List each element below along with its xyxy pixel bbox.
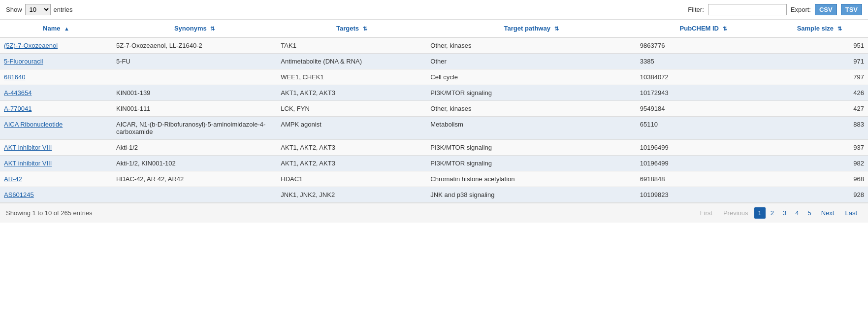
cell-sample-size: 883 [771, 117, 868, 140]
compound-name-link[interactable]: 681640 [4, 73, 25, 81]
sort-icon-pathway: ⇅ [554, 26, 559, 32]
tsv-export-button[interactable]: TSV [841, 4, 862, 15]
cell-pathway: PI3K/MTOR signaling [426, 140, 636, 156]
cell-pubchem: 65110 [636, 117, 771, 140]
show-entries-select[interactable]: 10 25 50 100 [25, 4, 51, 15]
first-page-button[interactable]: First [695, 207, 717, 219]
cell-pathway: Other [426, 54, 636, 69]
table-row: AKT inhibitor VIIIAkti-1/2AKT1, AKT2, AK… [0, 140, 868, 156]
page-2-button[interactable]: 2 [767, 207, 778, 219]
top-right: Filter: Export: CSV TSV [688, 4, 862, 15]
col-header-targets[interactable]: Targets ⇅ [277, 20, 426, 37]
cell-pathway: PI3K/MTOR signaling [426, 85, 636, 101]
cell-name: AKT inhibitor VIII [0, 140, 112, 156]
cell-sample-size: 937 [771, 140, 868, 156]
page-4-button[interactable]: 4 [791, 207, 803, 219]
cell-name: 5-Fluorouracil [0, 54, 112, 69]
table-row: AS601245JNK1, JNK2, JNK2JNK and p38 sign… [0, 187, 868, 203]
table-row: (5Z)-7-Oxozeaenol5Z-7-Oxozeaenol, LL-Z16… [0, 37, 868, 54]
cell-pathway: Other, kinases [426, 37, 636, 54]
compound-name-link[interactable]: A-770041 [4, 105, 32, 112]
cell-synonyms [112, 69, 277, 85]
cell-pathway: JNK and p38 signaling [426, 187, 636, 203]
cell-synonyms: Akti-1/2 [112, 140, 277, 156]
cell-sample-size: 427 [771, 101, 868, 117]
cell-synonyms [112, 187, 277, 203]
cell-targets: AKT1, AKT2, AKT3 [277, 156, 426, 171]
cell-synonyms: HDAC-42, AR 42, AR42 [112, 171, 277, 187]
col-header-name[interactable]: Name ▲ [0, 20, 112, 37]
last-page-button[interactable]: Last [840, 207, 862, 219]
table-row: AICA RibonucleotideAICAR, N1-(b-D-Ribofu… [0, 117, 868, 140]
cell-sample-size: 797 [771, 69, 868, 85]
col-header-pathway[interactable]: Target pathway ⇅ [426, 20, 636, 37]
cell-pathway: PI3K/MTOR signaling [426, 156, 636, 171]
compound-name-link[interactable]: AKT inhibitor VIII [4, 144, 52, 151]
table-row: 5-Fluorouracil5-FUAntimetabolite (DNA & … [0, 54, 868, 69]
cell-targets: AMPK agonist [277, 117, 426, 140]
sort-icon-synonyms: ⇅ [210, 26, 215, 32]
cell-targets: JNK1, JNK2, JNK2 [277, 187, 426, 203]
cell-pubchem: 3385 [636, 54, 771, 69]
cell-targets: LCK, FYN [277, 101, 426, 117]
cell-sample-size: 426 [771, 85, 868, 101]
top-bar: Show 10 25 50 100 entries Filter: Export… [0, 0, 868, 20]
page-5-button[interactable]: 5 [804, 207, 815, 219]
showing-text: Showing 1 to 10 of 265 entries [6, 209, 93, 217]
cell-synonyms: Akti-1/2, KIN001-102 [112, 156, 277, 171]
cell-sample-size: 968 [771, 171, 868, 187]
cell-sample-size: 971 [771, 54, 868, 69]
cell-synonyms: 5-FU [112, 54, 277, 69]
cell-name: AR-42 [0, 171, 112, 187]
cell-sample-size: 951 [771, 37, 868, 54]
page-1-button[interactable]: 1 [754, 207, 766, 219]
cell-targets: TAK1 [277, 37, 426, 54]
cell-pathway: Metabolism [426, 117, 636, 140]
compound-name-link[interactable]: 5-Fluorouracil [4, 58, 43, 65]
table-header-row: Name ▲ Synonyms ⇅ Targets ⇅ Target pathw… [0, 20, 868, 37]
cell-name: (5Z)-7-Oxozeaenol [0, 37, 112, 54]
pagination: First Previous 1 2 3 4 5 Next Last [695, 207, 862, 219]
cell-targets: Antimetabolite (DNA & RNA) [277, 54, 426, 69]
csv-export-button[interactable]: CSV [815, 4, 837, 15]
compound-name-link[interactable]: AICA Ribonucleotide [4, 121, 63, 128]
table-row: A-443654KIN001-139AKT1, AKT2, AKT3PI3K/M… [0, 85, 868, 101]
compound-name-link[interactable]: (5Z)-7-Oxozeaenol [4, 42, 58, 49]
cell-name: AICA Ribonucleotide [0, 117, 112, 140]
compound-name-link[interactable]: AKT inhibitor VIII [4, 160, 52, 167]
cell-pubchem: 10172943 [636, 85, 771, 101]
table-row: 681640WEE1, CHEK1Cell cycle10384072797 [0, 69, 868, 85]
bottom-bar: Showing 1 to 10 of 265 entries First Pre… [0, 203, 868, 223]
cell-pathway: Other, kinases [426, 101, 636, 117]
filter-input[interactable] [708, 4, 787, 15]
cell-pubchem: 6918848 [636, 171, 771, 187]
show-label: Show [6, 6, 22, 13]
col-header-sample[interactable]: Sample size ⇅ [771, 20, 868, 37]
cell-pubchem: 10109823 [636, 187, 771, 203]
sort-icon-name: ▲ [64, 26, 69, 32]
compound-name-link[interactable]: AR-42 [4, 175, 22, 183]
cell-synonyms: 5Z-7-Oxozeaenol, LL-Z1640-2 [112, 37, 277, 54]
cell-name: A-443654 [0, 85, 112, 101]
cell-sample-size: 928 [771, 187, 868, 203]
col-header-pubchem[interactable]: PubCHEM ID ⇅ [636, 20, 771, 37]
cell-pathway: Chromatin histone acetylation [426, 171, 636, 187]
page-3-button[interactable]: 3 [779, 207, 790, 219]
cell-pubchem: 9549184 [636, 101, 771, 117]
table-row: AR-42HDAC-42, AR 42, AR42HDAC1Chromatin … [0, 171, 868, 187]
col-header-synonyms[interactable]: Synonyms ⇅ [112, 20, 277, 37]
compound-name-link[interactable]: AS601245 [4, 191, 34, 198]
sort-icon-pubchem: ⇅ [723, 26, 727, 32]
main-container: Show 10 25 50 100 entries Filter: Export… [0, 0, 868, 325]
cell-pubchem: 10384072 [636, 69, 771, 85]
cell-targets: AKT1, AKT2, AKT3 [277, 85, 426, 101]
entries-label: entries [54, 6, 73, 13]
previous-page-button[interactable]: Previous [718, 207, 753, 219]
compound-name-link[interactable]: A-443654 [4, 89, 32, 97]
sort-icon-sample: ⇅ [837, 26, 842, 32]
next-page-button[interactable]: Next [816, 207, 839, 219]
table-row: A-770041KIN001-111LCK, FYNOther, kinases… [0, 101, 868, 117]
cell-sample-size: 982 [771, 156, 868, 171]
cell-targets: AKT1, AKT2, AKT3 [277, 140, 426, 156]
cell-pubchem: 10196499 [636, 140, 771, 156]
